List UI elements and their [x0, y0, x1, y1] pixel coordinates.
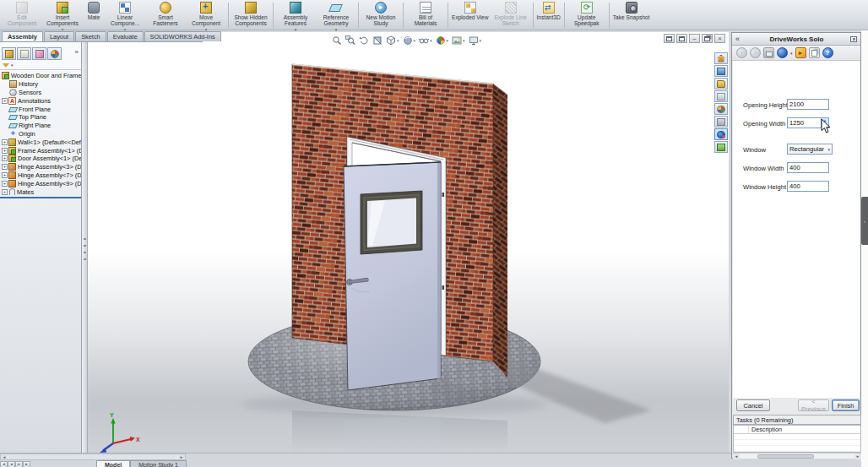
tasks-horizontal-scrollbar[interactable]: ◄ ►: [733, 453, 861, 459]
feature-tree-tab[interactable]: [2, 47, 16, 60]
tab-nav-next-button[interactable]: ►: [15, 461, 23, 467]
chevron-down-icon[interactable]: ▾: [430, 38, 432, 43]
solidworks-resources-tab[interactable]: [714, 52, 728, 64]
tab-evaluate[interactable]: Evaluate: [107, 31, 144, 41]
insert-components-button[interactable]: Insert Components ▾: [42, 1, 83, 30]
driveworksxpress-tab[interactable]: [714, 141, 728, 153]
expand-icon[interactable]: +: [2, 148, 8, 154]
expand-pane-handle[interactable]: ‹: [861, 197, 868, 245]
tree-item-hinge-assembly-3[interactable]: + Hinge Assembly<3> (Default<: [0, 163, 81, 171]
hide-show-items-button[interactable]: ▾: [418, 35, 433, 46]
panel-splitter[interactable]: [82, 42, 88, 453]
scroll-left-icon[interactable]: ◄: [1, 454, 8, 459]
configuration-manager-tab[interactable]: [32, 47, 46, 60]
move-component-button[interactable]: Move Component ▾: [186, 1, 226, 30]
help-icon[interactable]: ?: [822, 47, 833, 58]
scrollbar-thumb[interactable]: [8, 454, 177, 459]
section-view-button[interactable]: [372, 35, 383, 46]
property-manager-tab[interactable]: [17, 47, 31, 60]
zoom-to-area-button[interactable]: [344, 35, 356, 46]
window-minimize-button[interactable]: –: [689, 34, 700, 43]
driveworks-solo-tab[interactable]: [714, 128, 728, 140]
view-palette-tab[interactable]: [714, 90, 728, 102]
tree-item-frame-assembly[interactable]: + Frame Assembly<1> (Default<: [0, 146, 81, 155]
window-restore-button[interactable]: [702, 34, 713, 43]
pin-icon[interactable]: [850, 36, 857, 42]
tree-item-sensors[interactable]: Sensors: [0, 89, 81, 97]
assembly-features-button[interactable]: Assembly Features ▾: [275, 1, 316, 30]
bill-of-materials-button[interactable]: Bill of Materials: [405, 1, 446, 30]
previous-view-button[interactable]: [358, 35, 370, 46]
instant3d-button[interactable]: Instant3D: [535, 1, 562, 30]
overflow-chevron-icon[interactable]: »: [75, 48, 79, 56]
scroll-right-icon[interactable]: ►: [854, 453, 861, 459]
apply-scene-button[interactable]: ▾: [451, 35, 466, 46]
window-type-dropdown[interactable]: Rectangular ▾: [787, 144, 833, 155]
scrollbar-thumb[interactable]: [757, 454, 814, 459]
tasks-table[interactable]: Description: [733, 425, 861, 453]
back-button[interactable]: ‹: [736, 47, 747, 58]
chevron-down-icon[interactable]: ▾: [790, 51, 793, 56]
door[interactable]: [344, 162, 441, 390]
door-window[interactable]: [361, 191, 422, 254]
tree-filter-bar[interactable]: ▾: [0, 61, 81, 70]
tab-assembly[interactable]: Assembly: [2, 31, 43, 41]
previous-button[interactable]: < Previous: [798, 399, 829, 411]
expand-icon[interactable]: +: [2, 164, 8, 170]
window-new-button[interactable]: [664, 34, 675, 43]
tree-item-right-plane[interactable]: Right Plane: [0, 122, 81, 130]
model-tab[interactable]: Model: [96, 460, 130, 467]
scroll-left-icon[interactable]: ◄: [733, 453, 740, 459]
appearances-tab[interactable]: [47, 47, 62, 60]
chevron-down-icon[interactable]: ▾: [414, 38, 416, 43]
run-icon[interactable]: ▸: [795, 47, 806, 58]
window-tile-button[interactable]: [676, 34, 687, 43]
collapse-panel-icon[interactable]: «: [732, 35, 743, 43]
tree-item-top-plane[interactable]: Top Plane: [0, 113, 81, 122]
chevron-down-icon[interactable]: ▾: [447, 38, 449, 43]
design-library-tab[interactable]: [714, 65, 728, 77]
scroll-right-icon[interactable]: ►: [178, 454, 185, 459]
mate-button[interactable]: Mate: [83, 1, 105, 30]
explode-line-sketch-button[interactable]: Explode Line Sketch: [491, 1, 531, 30]
tree-item-wall[interactable]: + Wall<1> (Default<<Default>_: [0, 138, 81, 146]
take-snapshot-button[interactable]: Take Snapshot: [611, 1, 652, 30]
smart-fasteners-button[interactable]: Smart Fasteners: [145, 1, 186, 30]
window-height-field[interactable]: [787, 181, 829, 192]
tree-item-annotations[interactable]: + A Annotations: [0, 96, 81, 105]
chevron-down-icon[interactable]: ▾: [397, 38, 399, 43]
window-close-button[interactable]: ×: [714, 34, 725, 43]
file-explorer-tab[interactable]: [714, 78, 728, 90]
expand-icon[interactable]: +: [2, 181, 8, 187]
tree-item-hinge-assembly-9[interactable]: + Hinge Assembly<9> (Default<: [0, 179, 81, 187]
zoom-to-fit-button[interactable]: [331, 35, 343, 46]
graphics-area[interactable]: Y X ▾: [88, 32, 729, 453]
chevron-down-icon[interactable]: ▾: [480, 38, 482, 43]
horizontal-scrollbar[interactable]: ◄ ►: [0, 453, 186, 460]
window-width-field[interactable]: [787, 162, 829, 173]
save-icon[interactable]: [763, 47, 774, 58]
chevron-down-icon[interactable]: ▾: [463, 38, 465, 43]
specification-icon[interactable]: [777, 47, 788, 58]
tree-item-front-plane[interactable]: Front Plane: [0, 105, 81, 113]
appearances-scenes-tab[interactable]: [714, 103, 728, 115]
expand-icon[interactable]: +: [2, 172, 8, 178]
tree-root-item[interactable]: Wooden Door and Frame (Default: [0, 72, 81, 80]
linear-component-pattern-button[interactable]: Linear Compone... ▾: [105, 1, 145, 30]
expand-icon[interactable]: +: [2, 189, 8, 195]
expand-icon[interactable]: +: [2, 139, 8, 145]
tree-item-mates[interactable]: + Mates: [0, 187, 81, 196]
tab-layout[interactable]: Layout: [44, 31, 74, 41]
exploded-view-button[interactable]: Exploded View: [450, 1, 491, 30]
tab-nav-first-button[interactable]: ◄: [0, 461, 8, 467]
chevron-down-icon[interactable]: ▾: [11, 62, 14, 68]
edit-appearance-button[interactable]: ▾: [435, 35, 450, 46]
edit-component-button[interactable]: Edit Component: [2, 1, 42, 30]
copy-icon[interactable]: [809, 47, 820, 58]
tab-nav-last-button[interactable]: ►: [23, 461, 30, 467]
view-orientation-button[interactable]: ▾: [385, 35, 400, 46]
chevron-down-icon[interactable]: ▾: [295, 28, 297, 31]
tab-nav-prev-button[interactable]: ◄: [8, 461, 15, 467]
expand-icon[interactable]: +: [2, 98, 8, 104]
custom-properties-tab[interactable]: [714, 116, 728, 128]
